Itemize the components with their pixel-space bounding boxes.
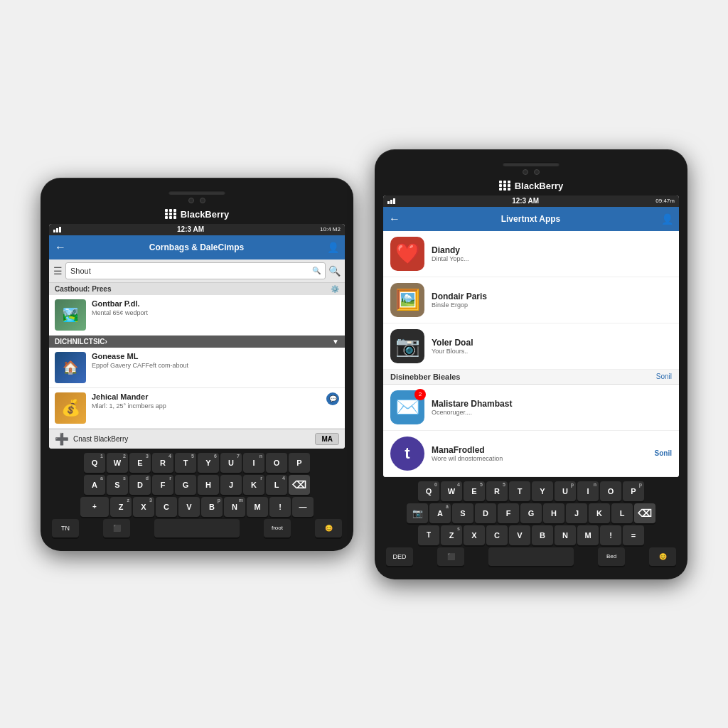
key-q[interactable]: 1Q <box>84 453 105 473</box>
key-s[interactable]: sS <box>107 475 128 495</box>
left-search-bar: ☰ Shout 🔍 🔍 <box>49 259 345 283</box>
rkey-c[interactable]: C <box>486 525 508 545</box>
rkey-k[interactable]: K <box>589 503 610 523</box>
rkey-a[interactable]: âA <box>429 503 451 523</box>
key-p[interactable]: P <box>289 453 310 473</box>
key-z[interactable]: zZ <box>110 497 132 517</box>
key-tn[interactable]: TN <box>52 519 79 537</box>
rkey-del[interactable]: ⌫ <box>634 503 655 523</box>
left-back-button[interactable]: ← <box>55 241 66 254</box>
key-k[interactable]: rK <box>243 475 264 495</box>
right-app-yoler[interactable]: 📷 Yoler Doal Your Blours.. <box>383 323 679 370</box>
right-status-right: 09:47m <box>655 198 675 204</box>
rkey-y[interactable]: Y <box>532 481 553 501</box>
rkey-bed[interactable]: Bed <box>598 547 625 566</box>
rkey-i[interactable]: nI <box>577 481 599 501</box>
rkey-n[interactable]: N <box>555 525 576 545</box>
key-sym[interactable]: ⬛ <box>103 519 130 537</box>
key-dash[interactable]: — <box>292 497 314 517</box>
right-app-dondair[interactable]: 🖼️ Dondair Paris Binsle Ergop <box>383 277 679 323</box>
rkey-o[interactable]: O <box>600 481 621 501</box>
key-m[interactable]: M <box>247 497 268 517</box>
key-l[interactable]: 4L <box>266 475 287 495</box>
key-w[interactable]: 2W <box>107 453 128 473</box>
search-icon-right[interactable]: 🔍 <box>328 265 341 277</box>
key-d[interactable]: dD <box>129 475 151 495</box>
key-f[interactable]: rF <box>152 475 173 495</box>
rkey-v[interactable]: V <box>509 525 530 545</box>
rkey-eq[interactable]: = <box>623 525 644 545</box>
manafrodled-action[interactable]: Sonil <box>655 449 672 457</box>
right-phone-speaker <box>503 162 560 166</box>
left-list-item-0[interactable]: 🏞️ Gontbar P.dl. Mental 65¢ wedport <box>49 295 345 336</box>
rkey-w[interactable]: 4W <box>441 481 462 501</box>
key-r[interactable]: 4R <box>152 453 173 473</box>
rkey-g[interactable]: G <box>520 503 542 523</box>
rkey-x[interactable]: X <box>464 525 485 545</box>
key-j[interactable]: J <box>220 475 242 495</box>
key-del[interactable]: ⌫ <box>289 475 310 495</box>
rkey-e[interactable]: 5E <box>464 481 485 501</box>
hamburger-icon[interactable]: ☰ <box>53 265 63 277</box>
left-phone-top-bezel <box>49 186 345 206</box>
rkey-cam[interactable]: 📷 <box>407 503 428 523</box>
key-i[interactable]: nI <box>243 453 264 473</box>
rkey-m[interactable]: M <box>577 525 599 545</box>
key-shift[interactable]: + <box>80 497 109 517</box>
key-n[interactable]: mN <box>224 497 245 517</box>
key-x[interactable]: 3X <box>133 497 154 517</box>
key-h[interactable]: H <box>198 475 219 495</box>
rkey-j[interactable]: J <box>566 503 587 523</box>
rkey-s[interactable]: S <box>452 503 473 523</box>
rkey-t-func[interactable]: T <box>418 525 439 545</box>
right-header-icon[interactable]: 👤 <box>661 213 673 225</box>
rkey-p[interactable]: pP <box>623 481 644 501</box>
bb-logo-icon-right <box>499 181 511 191</box>
left-section-dichnicts[interactable]: DICHNILCTSIC› ▼ <box>49 336 345 348</box>
key-y[interactable]: 6Y <box>198 453 219 473</box>
rkey-f[interactable]: F <box>498 503 519 523</box>
rkey-excl[interactable]: ! <box>600 525 621 545</box>
rkey-space-right[interactable] <box>488 547 574 566</box>
right-kb-row-3: T sZ X C V B N M ! = <box>386 525 676 545</box>
left-list-item-1[interactable]: 🏠 Gonease ML Eppof Gavery CAFFeft com-ab… <box>49 348 345 388</box>
disinebber-action[interactable]: Sonil <box>656 373 672 380</box>
key-v[interactable]: V <box>178 497 200 517</box>
key-emoji-left[interactable]: 😊 <box>315 519 342 537</box>
key-u[interactable]: 7U <box>220 453 242 473</box>
right-app-malistare[interactable]: ✉️ 2 Malistare Dhambast Ocenoruger.... <box>383 385 679 431</box>
right-app-manafrodled[interactable]: t ManaFrodled Wore wil dnostomecation So… <box>383 431 679 477</box>
rkey-d[interactable]: D <box>475 503 496 523</box>
rkey-emoji-right[interactable]: 😊 <box>649 547 676 566</box>
rkey-l[interactable]: L <box>611 503 633 523</box>
right-back-button[interactable]: ← <box>389 213 400 225</box>
rkey-q[interactable]: 0Q <box>418 481 439 501</box>
rkey-b[interactable]: B <box>532 525 553 545</box>
rkey-h[interactable]: H <box>543 503 564 523</box>
rbar2 <box>390 200 392 204</box>
key-e[interactable]: 3E <box>129 453 151 473</box>
search-input-wrap[interactable]: Shout 🔍 <box>65 262 326 279</box>
right-kb-row-4: DED ⬛ Bed 😊 <box>386 547 676 566</box>
add-icon: ➕ <box>55 432 69 446</box>
bottom-ma-button[interactable]: MA <box>315 433 339 445</box>
rkey-ded[interactable]: DED <box>386 547 413 566</box>
rkey-r[interactable]: 5R <box>486 481 508 501</box>
key-space-left[interactable] <box>154 519 240 537</box>
key-t[interactable]: 5T <box>175 453 196 473</box>
key-c[interactable]: C <box>156 497 177 517</box>
key-froot[interactable]: froot <box>264 519 291 537</box>
rkey-t[interactable]: T <box>509 481 530 501</box>
key-o[interactable]: O <box>266 453 287 473</box>
rkey-u[interactable]: pU <box>555 481 576 501</box>
left-header-icon[interactable]: 👤 <box>327 242 339 253</box>
key-g[interactable]: G <box>175 475 196 495</box>
key-a[interactable]: aA <box>84 475 105 495</box>
right-app-diandy[interactable]: ❤️ Diandy Dintal Yopc... <box>383 231 679 277</box>
rkey-z[interactable]: sZ <box>441 525 462 545</box>
key-b[interactable]: pB <box>201 497 223 517</box>
key-excl[interactable]: ! <box>269 497 291 517</box>
castboud-gear[interactable]: ⚙️ <box>331 285 339 293</box>
rkey-sym[interactable]: ⬛ <box>437 547 464 566</box>
left-list-item-2[interactable]: 💰 Jehical Mander Mlarl: 1, 25° incmbers … <box>49 388 345 429</box>
